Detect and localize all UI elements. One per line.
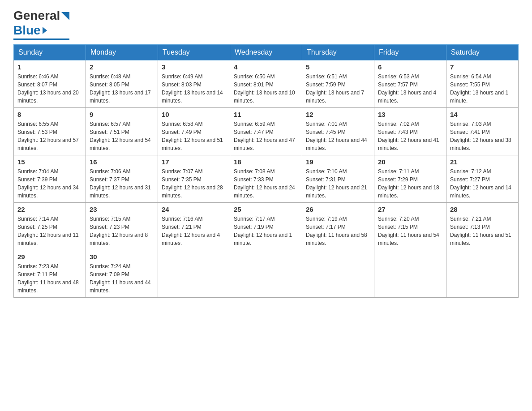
calendar-cell: 23Sunrise: 7:15 AMSunset: 7:23 PMDayligh… (86, 203, 158, 250)
col-header-wednesday: Wednesday (230, 45, 302, 60)
day-number: 7 (450, 63, 515, 71)
day-number: 23 (90, 206, 154, 213)
calendar-cell: 1Sunrise: 6:46 AMSunset: 8:07 PMDaylight… (14, 60, 86, 108)
calendar-header-row: SundayMondayTuesdayWednesdayThursdayFrid… (14, 45, 519, 60)
day-number: 20 (378, 158, 442, 166)
day-number: 28 (450, 206, 515, 213)
day-number: 15 (17, 158, 82, 166)
day-number: 10 (162, 111, 226, 118)
calendar-cell: 27Sunrise: 7:20 AMSunset: 7:15 PMDayligh… (374, 203, 446, 250)
day-number: 24 (162, 206, 226, 213)
calendar-week-row: 15Sunrise: 7:04 AMSunset: 7:39 PMDayligh… (14, 155, 519, 203)
day-number: 8 (17, 111, 82, 118)
calendar-week-row: 22Sunrise: 7:14 AMSunset: 7:25 PMDayligh… (14, 203, 519, 250)
calendar-cell: 9Sunrise: 6:57 AMSunset: 7:51 PMDaylight… (86, 108, 158, 155)
day-info: Sunrise: 7:17 AMSunset: 7:19 PMDaylight:… (234, 215, 298, 247)
day-info: Sunrise: 7:23 AMSunset: 7:11 PMDaylight:… (17, 262, 82, 295)
day-number: 30 (90, 253, 154, 261)
calendar-cell: 14Sunrise: 7:03 AMSunset: 7:41 PMDayligh… (446, 108, 519, 155)
calendar-cell: 17Sunrise: 7:07 AMSunset: 7:35 PMDayligh… (158, 155, 230, 203)
day-info: Sunrise: 7:19 AMSunset: 7:17 PMDaylight:… (306, 215, 370, 247)
day-info: Sunrise: 7:11 AMSunset: 7:29 PMDaylight:… (378, 167, 442, 200)
day-info: Sunrise: 7:21 AMSunset: 7:13 PMDaylight:… (450, 215, 515, 247)
day-info: Sunrise: 7:14 AMSunset: 7:25 PMDaylight:… (17, 215, 82, 247)
calendar-cell: 4Sunrise: 6:50 AMSunset: 8:01 PMDaylight… (230, 60, 302, 108)
col-header-saturday: Saturday (446, 45, 519, 60)
day-info: Sunrise: 7:06 AMSunset: 7:37 PMDaylight:… (90, 167, 154, 200)
day-info: Sunrise: 6:53 AMSunset: 7:57 PMDaylight:… (378, 73, 442, 105)
day-info: Sunrise: 7:07 AMSunset: 7:35 PMDaylight:… (162, 167, 226, 200)
calendar-table: SundayMondayTuesdayWednesdayThursdayFrid… (13, 44, 519, 298)
day-number: 6 (378, 63, 442, 71)
day-info: Sunrise: 6:57 AMSunset: 7:51 PMDaylight:… (90, 120, 154, 152)
day-number: 12 (306, 111, 370, 118)
calendar-week-row: 8Sunrise: 6:55 AMSunset: 7:53 PMDaylight… (14, 108, 519, 155)
day-number: 3 (162, 63, 226, 71)
day-info: Sunrise: 7:15 AMSunset: 7:23 PMDaylight:… (90, 215, 154, 247)
day-info: Sunrise: 7:01 AMSunset: 7:45 PMDaylight:… (306, 120, 370, 152)
calendar-cell (374, 250, 446, 298)
calendar-cell: 11Sunrise: 6:59 AMSunset: 7:47 PMDayligh… (230, 108, 302, 155)
calendar-cell: 3Sunrise: 6:49 AMSunset: 8:03 PMDaylight… (158, 60, 230, 108)
day-number: 21 (450, 158, 515, 166)
calendar-week-row: 29Sunrise: 7:23 AMSunset: 7:11 PMDayligh… (14, 250, 519, 298)
day-info: Sunrise: 7:03 AMSunset: 7:41 PMDaylight:… (450, 120, 515, 152)
col-header-sunday: Sunday (14, 45, 86, 60)
calendar-cell (446, 250, 519, 298)
calendar-cell: 5Sunrise: 6:51 AMSunset: 7:59 PMDaylight… (302, 60, 374, 108)
day-info: Sunrise: 7:20 AMSunset: 7:15 PMDaylight:… (378, 215, 442, 247)
day-number: 13 (378, 111, 442, 118)
calendar-cell: 12Sunrise: 7:01 AMSunset: 7:45 PMDayligh… (302, 108, 374, 155)
calendar-cell: 26Sunrise: 7:19 AMSunset: 7:17 PMDayligh… (302, 203, 374, 250)
day-number: 17 (162, 158, 226, 166)
col-header-monday: Monday (86, 45, 158, 60)
day-number: 5 (306, 63, 370, 71)
calendar-cell: 28Sunrise: 7:21 AMSunset: 7:13 PMDayligh… (446, 203, 519, 250)
calendar-cell: 25Sunrise: 7:17 AMSunset: 7:19 PMDayligh… (230, 203, 302, 250)
calendar-cell: 30Sunrise: 7:24 AMSunset: 7:09 PMDayligh… (86, 250, 158, 298)
day-number: 29 (17, 253, 82, 261)
day-number: 22 (17, 206, 82, 213)
day-number: 26 (306, 206, 370, 213)
svg-marker-0 (61, 12, 69, 20)
calendar-cell: 22Sunrise: 7:14 AMSunset: 7:25 PMDayligh… (14, 203, 86, 250)
page-header: General Blue (13, 9, 519, 40)
calendar-cell: 6Sunrise: 6:53 AMSunset: 7:57 PMDaylight… (374, 60, 446, 108)
calendar-cell: 21Sunrise: 7:12 AMSunset: 7:27 PMDayligh… (446, 155, 519, 203)
day-info: Sunrise: 7:08 AMSunset: 7:33 PMDaylight:… (234, 167, 298, 200)
day-number: 27 (378, 206, 442, 213)
day-info: Sunrise: 6:49 AMSunset: 8:03 PMDaylight:… (162, 73, 226, 105)
day-info: Sunrise: 7:02 AMSunset: 7:43 PMDaylight:… (378, 120, 442, 152)
day-info: Sunrise: 6:46 AMSunset: 8:07 PMDaylight:… (17, 73, 82, 105)
logo-text: General (13, 9, 69, 23)
col-header-tuesday: Tuesday (158, 45, 230, 60)
calendar-cell: 7Sunrise: 6:54 AMSunset: 7:55 PMDaylight… (446, 60, 519, 108)
day-number: 9 (90, 111, 154, 118)
day-info: Sunrise: 7:10 AMSunset: 7:31 PMDaylight:… (306, 167, 370, 200)
calendar-cell: 29Sunrise: 7:23 AMSunset: 7:11 PMDayligh… (14, 250, 86, 298)
calendar-cell: 8Sunrise: 6:55 AMSunset: 7:53 PMDaylight… (14, 108, 86, 155)
logo: General Blue (13, 9, 69, 40)
day-number: 25 (234, 206, 298, 213)
calendar-cell: 10Sunrise: 6:58 AMSunset: 7:49 PMDayligh… (158, 108, 230, 155)
calendar-cell: 18Sunrise: 7:08 AMSunset: 7:33 PMDayligh… (230, 155, 302, 203)
day-number: 19 (306, 158, 370, 166)
day-number: 2 (90, 63, 154, 71)
day-info: Sunrise: 6:51 AMSunset: 7:59 PMDaylight:… (306, 73, 370, 105)
day-number: 1 (17, 63, 82, 71)
day-info: Sunrise: 7:24 AMSunset: 7:09 PMDaylight:… (90, 262, 154, 295)
day-info: Sunrise: 7:12 AMSunset: 7:27 PMDaylight:… (450, 167, 515, 200)
day-number: 4 (234, 63, 298, 71)
calendar-cell (230, 250, 302, 298)
calendar-cell (158, 250, 230, 298)
day-info: Sunrise: 6:54 AMSunset: 7:55 PMDaylight:… (450, 73, 515, 105)
calendar-cell: 19Sunrise: 7:10 AMSunset: 7:31 PMDayligh… (302, 155, 374, 203)
day-info: Sunrise: 6:55 AMSunset: 7:53 PMDaylight:… (17, 120, 82, 152)
day-number: 11 (234, 111, 298, 118)
logo-blue: Blue (13, 23, 41, 38)
logo-line (13, 39, 69, 40)
calendar-cell: 16Sunrise: 7:06 AMSunset: 7:37 PMDayligh… (86, 155, 158, 203)
col-header-friday: Friday (374, 45, 446, 60)
day-info: Sunrise: 7:04 AMSunset: 7:39 PMDaylight:… (17, 167, 82, 200)
calendar-cell: 13Sunrise: 7:02 AMSunset: 7:43 PMDayligh… (374, 108, 446, 155)
